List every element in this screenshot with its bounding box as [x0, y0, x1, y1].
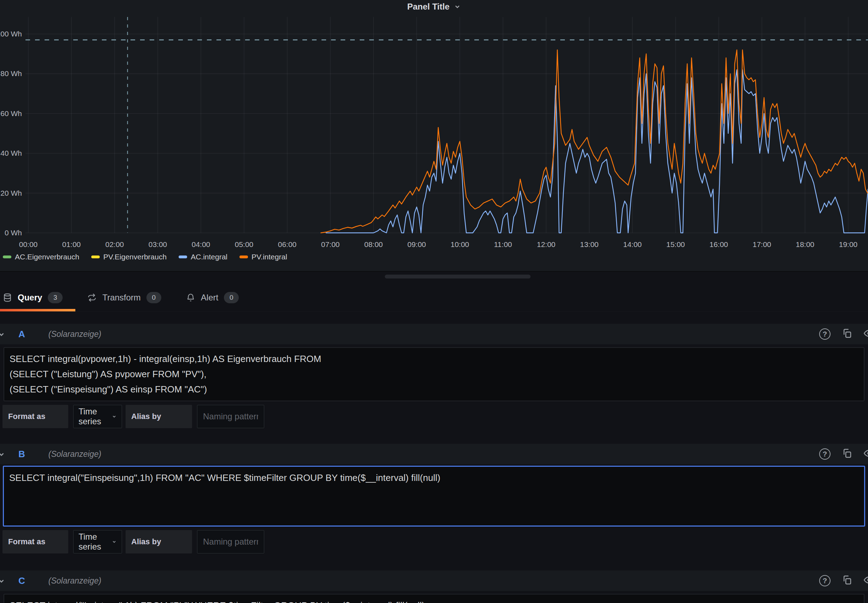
- collapse-chevron-icon[interactable]: [0, 450, 5, 460]
- panel-resize-strip: [0, 272, 868, 284]
- x-tick-label: 17:00: [753, 240, 771, 249]
- series-line-PV.integral: [321, 50, 868, 233]
- tab-query-count: 3: [48, 292, 63, 303]
- resize-drag-handle[interactable]: [385, 275, 530, 278]
- x-tick-label: 18:00: [796, 240, 815, 249]
- legend-item-AC.Eigenverbrauch[interactable]: AC.Eigenverbrauch: [3, 253, 79, 261]
- help-icon[interactable]: ?: [819, 328, 831, 340]
- x-tick-label: 05:00: [235, 240, 254, 249]
- query-a-header[interactable]: A (Solaranzeige) ?: [0, 324, 868, 344]
- query-b-sql-editor[interactable]: SELECT integral("Einspeisung",1h) FROM "…: [3, 466, 865, 527]
- format-as-label: Format as: [3, 405, 68, 428]
- sql-line: SELECT integral(pvpower,1h) - integral(e…: [9, 351, 864, 366]
- query-b-header[interactable]: B (Solaranzeige) ?: [0, 444, 868, 464]
- x-tick-label: 14:00: [623, 240, 642, 249]
- query-a-refid: A: [19, 329, 25, 340]
- legend-swatch: [91, 255, 100, 258]
- panel-header[interactable]: Panel Title: [0, 0, 868, 14]
- query-b-options-row: Format as Time series Alias by: [3, 530, 868, 554]
- legend-item-PV.Eigenverbrauch[interactable]: PV.Eigenverbrauch: [91, 253, 167, 261]
- y-tick-label: 40 Wh: [0, 149, 22, 157]
- query-c-header[interactable]: C (Solaranzeige) ?: [0, 571, 868, 591]
- alias-by-label: Alias by: [126, 530, 192, 554]
- y-tick-label: 0 Wh: [5, 229, 22, 237]
- tab-transform-label: Transform: [102, 293, 140, 303]
- chart-legend: AC.EigenverbrauchPV.EigenverbrauchAC.int…: [3, 253, 287, 261]
- naming-pattern-field: [197, 405, 264, 428]
- query-c-sql-editor[interactable]: SELECT integral("Leistung",1h) FROM "PV"…: [3, 594, 865, 603]
- tab-alert-label: Alert: [201, 293, 218, 303]
- tab-alert-count: 0: [224, 292, 239, 303]
- naming-pattern-field: [197, 530, 264, 554]
- sql-line: (SELECT ("Leistung") AS pvpower FROM "PV…: [9, 366, 864, 382]
- query-c-refid: C: [19, 575, 25, 586]
- help-icon[interactable]: ?: [819, 575, 831, 586]
- query-row-b: B (Solaranzeige) ? SELECT integral("Eins…: [0, 444, 868, 554]
- y-tick-label: 20 Wh: [0, 189, 22, 197]
- x-tick-label: 07:00: [321, 240, 340, 249]
- transform-icon: [87, 293, 97, 302]
- naming-pattern-input[interactable]: [202, 537, 259, 547]
- legend-label: PV.Eigenverbrauch: [103, 253, 167, 261]
- y-tick-label: 100 Wh: [0, 30, 22, 38]
- series-line-AC.integral: [326, 70, 868, 233]
- bell-icon: [186, 293, 195, 302]
- x-tick-label: 03:00: [148, 240, 167, 249]
- x-tick-label: 16:00: [709, 240, 728, 249]
- sql-line: SELECT integral("Leistung",1h) FROM "PV"…: [9, 598, 864, 603]
- tab-query[interactable]: Query 3: [3, 284, 63, 311]
- x-tick-label: 06:00: [278, 240, 297, 249]
- query-b-refid: B: [19, 449, 25, 460]
- panel-title: Panel Title: [407, 2, 450, 12]
- database-icon: [3, 293, 12, 302]
- graph-panel: Panel Title 00:0001:0002:0003:0004:0005:…: [0, 0, 868, 272]
- format-as-label: Format as: [3, 530, 68, 554]
- sql-line: (SELECT ("Einspeisung") AS einsp FROM "A…: [9, 382, 864, 397]
- chevron-down-icon: [112, 413, 117, 420]
- eye-icon[interactable]: [864, 448, 868, 460]
- x-tick-label: 13:00: [580, 240, 599, 249]
- editor-tabbar: Query 3 Transform 0 Alert 0: [0, 284, 868, 312]
- format-as-select[interactable]: Time series: [73, 405, 122, 428]
- x-tick-label: 02:00: [105, 240, 124, 249]
- alias-by-label: Alias by: [126, 405, 192, 428]
- eye-icon[interactable]: [864, 328, 868, 340]
- x-tick-label: 12:00: [537, 240, 556, 249]
- x-tick-label: 09:00: [407, 240, 426, 249]
- copy-icon[interactable]: [842, 448, 853, 460]
- x-tick-label: 00:00: [19, 240, 38, 249]
- query-a-sql-editor[interactable]: SELECT integral(pvpower,1h) - integral(e…: [3, 347, 865, 401]
- query-c-datasource: (Solaranzeige): [48, 576, 102, 586]
- tab-transform[interactable]: Transform 0: [87, 284, 161, 311]
- query-c-actions: ?: [819, 575, 868, 587]
- naming-pattern-input[interactable]: [202, 411, 259, 422]
- tab-alert[interactable]: Alert 0: [186, 284, 239, 311]
- copy-icon[interactable]: [842, 575, 853, 587]
- x-tick-label: 10:00: [451, 240, 469, 249]
- legend-item-PV.integral[interactable]: PV.integral: [239, 253, 287, 261]
- query-b-actions: ?: [819, 448, 868, 460]
- collapse-chevron-icon[interactable]: [0, 331, 5, 340]
- legend-label: AC.integral: [191, 253, 227, 261]
- query-a-datasource: (Solaranzeige): [48, 329, 102, 339]
- legend-swatch: [179, 255, 187, 258]
- eye-icon[interactable]: [864, 575, 868, 587]
- chevron-down-icon: [454, 3, 461, 10]
- time-series-chart[interactable]: 00:0001:0002:0003:0004:0005:0006:0007:00…: [0, 0, 868, 271]
- legend-label: AC.Eigenverbrauch: [15, 253, 79, 261]
- x-tick-label: 19:00: [839, 240, 858, 249]
- y-tick-label: 80 Wh: [0, 70, 22, 77]
- format-as-select[interactable]: Time series: [73, 530, 122, 554]
- legend-item-AC.integral[interactable]: AC.integral: [179, 253, 227, 261]
- query-row-c: C (Solaranzeige) ? SELECT integral("Leis…: [0, 571, 868, 603]
- x-tick-label: 11:00: [494, 240, 512, 249]
- x-tick-label: 04:00: [192, 240, 210, 249]
- format-as-value: Time series: [79, 407, 112, 427]
- x-tick-label: 08:00: [364, 240, 383, 249]
- tab-query-label: Query: [18, 293, 42, 303]
- copy-icon[interactable]: [842, 328, 853, 340]
- help-icon[interactable]: ?: [819, 448, 831, 460]
- chevron-down-icon: [112, 539, 117, 545]
- x-tick-label: 15:00: [666, 240, 685, 249]
- collapse-chevron-icon[interactable]: [0, 577, 5, 586]
